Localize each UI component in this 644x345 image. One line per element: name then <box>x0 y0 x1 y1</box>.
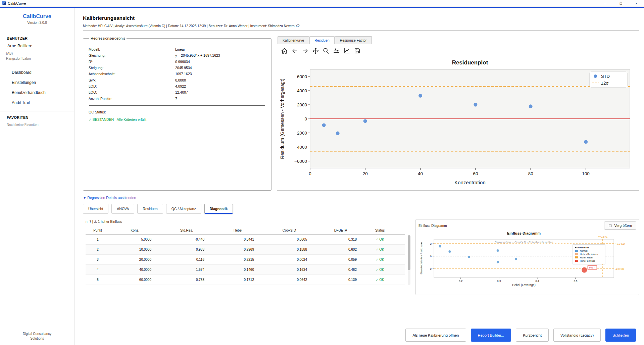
benutzer-section-label: BENUTZER <box>7 36 74 40</box>
table-row[interactable]: 440.00001.5740.14600.16340.462✓ OK <box>86 265 405 275</box>
diagnostics-panel: n=7 | ⚠ 1 hoher Einfluss PunktKonz.Std.R… <box>83 219 410 295</box>
header-meta: Methode: HPLC-UV | Analyt: Ascorbinsäure… <box>83 24 639 31</box>
save-button[interactable] <box>353 47 362 56</box>
tab-übersicht[interactable]: Übersicht <box>83 204 108 214</box>
footer-button-schließen[interactable]: Schließen <box>605 329 636 342</box>
diag-col-status: Status <box>365 229 394 232</box>
svg-text:-2.0 SD: -2.0 SD <box>615 267 624 270</box>
x-axis-label: Hebel (Leverage) <box>512 283 536 287</box>
table-row[interactable]: 320.0000-0.1160.22150.00240.059✓ OK <box>86 255 405 265</box>
regression-value: 0.0000 <box>175 78 186 82</box>
favoriten-section-label: FAVORITEN <box>7 115 74 119</box>
table-cell: 60.0000 <box>110 278 160 282</box>
scrollbar-thumb[interactable] <box>408 235 410 270</box>
x-axis-label: Konzentration <box>454 180 486 185</box>
regression-value: 0.999034 <box>175 60 190 64</box>
footer-button-vollständig-legacy[interactable]: Vollständig (Legacy) <box>553 329 601 342</box>
chart-pane: Residuenplot6000400020000−2000−4000−6000… <box>277 44 639 191</box>
regression-label: LOQ: <box>89 90 175 94</box>
sidebar-item-benutzerhandbuch[interactable]: Benutzerhandbuch <box>0 88 74 98</box>
svg-text:h=0.571: h=0.571 <box>598 235 608 238</box>
table-cell: 0.3441 <box>213 238 263 241</box>
minimize-button[interactable]: – <box>598 0 613 6</box>
user-name: Arne Bailliere <box>7 44 74 48</box>
y-axis-label: Residuum (Gemessen - Vorhergesagt) <box>280 79 285 159</box>
table-cell: 4 <box>86 268 110 272</box>
regression-value: y = 2045.9534x + 1697.1623 <box>175 53 220 57</box>
table-cell: 40.0000 <box>110 268 160 272</box>
regression-row: Sy/x:0.0000 <box>89 77 266 83</box>
table-cell: 0.753 <box>160 278 213 282</box>
regression-rows: Modell:LinearGleichung:y = 2045.9534x + … <box>89 46 266 102</box>
regression-label: Modell: <box>89 47 175 51</box>
close-button[interactable]: × <box>629 0 644 6</box>
svg-text:60: 60 <box>473 171 478 176</box>
maximize-button[interactable]: □ <box>613 0 629 6</box>
table-cell: 0.602 <box>316 248 365 251</box>
titlebar: CalibCurve – □ × <box>0 0 644 7</box>
table-row[interactable]: 15.0000-0.4400.34410.06050.318✓ OK <box>86 235 405 245</box>
tab-qc-akzeptanz[interactable]: QC / Akzeptanz <box>166 204 201 214</box>
tab-residuen[interactable]: Residuen <box>137 204 163 214</box>
chart-tab-kalibrierkurve[interactable]: Kalibrierkurve <box>278 36 309 44</box>
enlarge-button[interactable]: Vergrößern <box>604 221 636 230</box>
regression-value: 2045.9534 <box>175 66 192 70</box>
diag-col-dfbeta: DFBETA <box>316 229 365 232</box>
regression-label: Sy/x: <box>89 78 175 82</box>
table-cell: 1 <box>86 238 110 241</box>
pan-icon <box>312 47 319 54</box>
footer-button-kurzbericht[interactable]: Kurzbericht <box>516 329 549 342</box>
chart-panel: KalibrierkurveResiduenResponse Factor Re… <box>277 36 639 191</box>
divider <box>0 111 74 111</box>
sidebar-item-einstellungen[interactable]: Einstellungen <box>0 78 74 88</box>
plot-toolbar <box>277 44 639 56</box>
details-toggle[interactable]: ▼ Regression Details ausblenden <box>83 196 639 200</box>
diag-col-punkt: Punkt <box>86 229 110 232</box>
table-cell: 0.139 <box>316 278 365 282</box>
svg-text:0.2: 0.2 <box>459 280 463 283</box>
diag-col-hebel: Hebel <box>213 229 263 232</box>
svg-text:−4000: −4000 <box>294 145 307 150</box>
enlarge-button-label: Vergrößern <box>614 224 632 228</box>
footer-button-als-neue-kalibrierung-öffnen[interactable]: Als neue Kalibrierung öffnen <box>405 329 466 342</box>
home-button[interactable] <box>280 47 289 56</box>
zoom-button[interactable] <box>321 47 331 56</box>
svg-text:Hoher Hebel: Hoher Hebel <box>580 256 593 259</box>
svg-text:+2.0 SD: +2.0 SD <box>615 242 625 245</box>
regression-row: Anzahl Punkte:7 <box>89 95 266 101</box>
regression-label: Steigung: <box>89 66 175 70</box>
table-cell: 0.1712 <box>213 278 263 282</box>
pan-button[interactable] <box>311 47 320 56</box>
regression-value: 7 <box>175 97 177 101</box>
svg-text:4000: 4000 <box>297 88 307 93</box>
table-scrollbar[interactable] <box>408 235 410 285</box>
regression-row: Gleichung:y = 2045.9534x + 1697.1623 <box>89 52 266 58</box>
footer-button-report-builder[interactable]: Report Builder... <box>471 329 511 342</box>
tab-diagnostik[interactable]: Diagnostik <box>204 204 233 214</box>
subplots-button[interactable] <box>332 47 341 56</box>
svg-text:Punktstatus: Punktstatus <box>575 246 589 249</box>
chart-title: Residuenplot <box>452 59 488 66</box>
table-row[interactable]: 560.00000.7530.17120.06420.139✓ OK <box>86 275 405 285</box>
tab-anova[interactable]: ANOVA <box>111 204 134 214</box>
svg-text:0: 0 <box>309 171 311 176</box>
divider <box>89 105 265 106</box>
svg-text:−6000: −6000 <box>294 159 307 164</box>
back-button[interactable] <box>290 47 299 56</box>
table-cell: 3 <box>86 258 110 261</box>
regression-label: R²: <box>89 60 175 64</box>
chart-tab-response-factor[interactable]: Response Factor <box>335 36 372 44</box>
customize-button[interactable] <box>342 47 351 56</box>
forward-icon <box>302 47 309 54</box>
forward-button[interactable] <box>301 47 310 56</box>
table-row[interactable]: 210.0000-0.9330.29690.18880.602✓ OK <box>86 245 405 255</box>
sidebar-item-dashboard[interactable]: Dashboard <box>0 67 74 78</box>
app-version: Version 3.0.0 <box>0 21 74 29</box>
window-title: CalibCurve <box>8 1 26 5</box>
regression-row: Steigung:2045.9534 <box>89 65 266 71</box>
table-cell: -0.116 <box>160 258 213 261</box>
sidebar-item-audit-trail[interactable]: Audit Trail <box>0 98 74 108</box>
diagnostics-table: PunktKonz.Std.Res.HebelCook's DDFBETASta… <box>86 227 405 285</box>
chart-tab-residuen[interactable]: Residuen <box>309 36 334 44</box>
svg-text:±2σ: ±2σ <box>601 81 608 86</box>
